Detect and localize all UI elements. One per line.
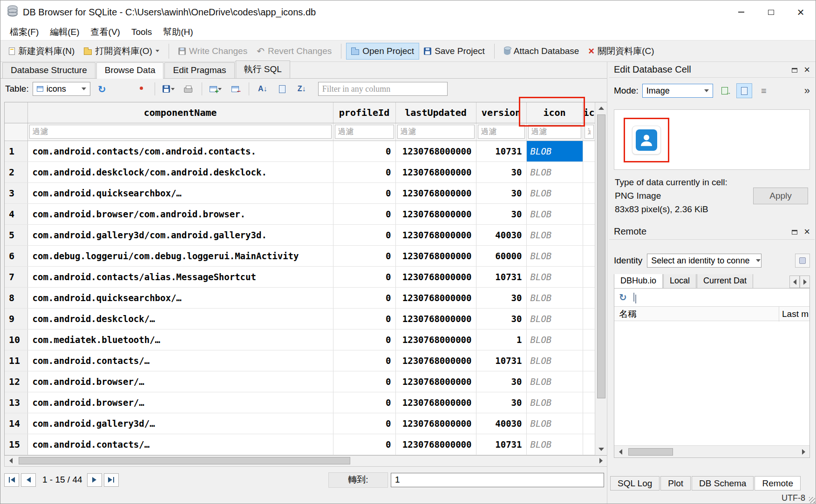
grid-cell[interactable]: 30: [476, 308, 526, 329]
grid-cell[interactable]: 0: [333, 392, 395, 413]
tab-sql-log[interactable]: SQL Log: [610, 476, 660, 491]
column-filter-input[interactable]: [528, 125, 581, 139]
grid-cell[interactable]: [583, 182, 595, 203]
filter-any-column-input[interactable]: [318, 82, 448, 96]
grid-cell[interactable]: com.android.contacts/…: [27, 350, 333, 371]
vertical-scrollbar[interactable]: [595, 102, 607, 455]
grid-cell[interactable]: 1: [476, 329, 526, 350]
tab-remote[interactable]: Remote: [755, 476, 801, 491]
grid-cell[interactable]: 10731: [476, 141, 526, 161]
grid-cell[interactable]: 1230768000000: [395, 392, 476, 413]
new-record-button[interactable]: [208, 81, 224, 96]
row-number-cell[interactable]: 14: [5, 413, 27, 434]
grid-cell[interactable]: 1230768000000: [395, 245, 476, 266]
sort-asc-button[interactable]: A↓: [255, 81, 271, 96]
grid-cell[interactable]: 30: [476, 161, 526, 182]
grid-cell[interactable]: com.android.browser/…: [27, 371, 333, 392]
grid-cell[interactable]: [583, 413, 595, 434]
sort-az-button[interactable]: Z↓: [294, 81, 310, 96]
column-header-componentname[interactable]: componentName: [27, 102, 333, 123]
grid-cell[interactable]: 1230768000000: [395, 141, 476, 161]
grid-cell[interactable]: com.android.deskclock/com.android.deskcl…: [27, 161, 333, 182]
tab-browse-data[interactable]: Browse Data: [96, 62, 164, 79]
grid-cell[interactable]: com.android.gallery3d/…: [27, 413, 333, 434]
row-number-cell[interactable]: 4: [5, 203, 27, 224]
tab-scroll-left-button[interactable]: [789, 276, 800, 288]
grid-cell[interactable]: 1230768000000: [395, 266, 476, 287]
open-project-button[interactable]: Open Project: [346, 43, 419, 60]
grid-cell[interactable]: BLOB: [526, 224, 583, 245]
grid-cell[interactable]: 0: [333, 329, 395, 350]
grid-cell[interactable]: 0: [333, 245, 395, 266]
grid-cell[interactable]: 30: [476, 287, 526, 308]
identity-select[interactable]: Select an identity to conne: [647, 254, 762, 268]
grid-cell[interactable]: [583, 161, 595, 182]
write-changes-button[interactable]: Write Changes: [174, 43, 252, 59]
open-database-button[interactable]: 打開資料庫(O): [79, 42, 163, 60]
grid-cell[interactable]: com.android.contacts/alias.MessageShortc…: [27, 266, 333, 287]
remote-column-last-modified[interactable]: Last m: [779, 307, 809, 322]
close-panel-button[interactable]: ×: [804, 227, 810, 237]
grid-cell[interactable]: [583, 329, 595, 350]
grid-cell[interactable]: com.android.contacts/com.android.contact…: [27, 141, 333, 161]
grid-cell[interactable]: BLOB: [526, 203, 583, 224]
close-button[interactable]: ×: [786, 0, 816, 24]
grid-cell[interactable]: com.mediatek.bluetooth/…: [27, 329, 333, 350]
grid-cell[interactable]: [583, 245, 595, 266]
grid-cell[interactable]: com.android.browser/…: [27, 392, 333, 413]
row-number-cell[interactable]: 5: [5, 224, 27, 245]
grid-cell[interactable]: com.android.quicksearchbox/…: [27, 287, 333, 308]
tab-db-schema[interactable]: DB Schema: [692, 476, 754, 491]
tab-execute-sql[interactable]: 執行 SQL: [236, 60, 290, 78]
remote-horizontal-scrollbar[interactable]: [614, 445, 809, 457]
tab-current-database[interactable]: Current Dat: [697, 274, 753, 288]
row-number-cell[interactable]: 2: [5, 161, 27, 182]
grid-cell[interactable]: com.debug.loggerui/com.debug.loggerui.Ma…: [27, 245, 333, 266]
menu-edit[interactable]: 編輯(E): [44, 24, 85, 40]
row-number-cell[interactable]: 15: [5, 434, 27, 455]
encoding-indicator[interactable]: UTF-8: [782, 493, 805, 503]
minimize-button[interactable]: [726, 0, 756, 24]
grid-cell[interactable]: 40030: [476, 413, 526, 434]
grid-cell[interactable]: 0: [333, 308, 395, 329]
grid-cell[interactable]: BLOB: [526, 287, 583, 308]
grid-cell[interactable]: com.android.deskclock/…: [27, 308, 333, 329]
row-number-cell[interactable]: 12: [5, 371, 27, 392]
tab-edit-pragmas[interactable]: Edit Pragmas: [164, 62, 234, 78]
save-records-button[interactable]: [161, 81, 177, 96]
image-mode-button[interactable]: [736, 83, 752, 98]
grid-cell[interactable]: [583, 266, 595, 287]
column-filter-input[interactable]: [397, 125, 475, 139]
grid-cell[interactable]: BLOB: [526, 371, 583, 392]
horizontal-scrollbar-thumb[interactable]: [19, 457, 350, 464]
row-number-cell[interactable]: 10: [5, 329, 27, 350]
grid-cell[interactable]: 30: [476, 182, 526, 203]
tab-local[interactable]: Local: [663, 274, 696, 288]
tab-database-structure[interactable]: Database Structure: [2, 62, 95, 78]
grid-cell[interactable]: [583, 203, 595, 224]
column-header-profileid[interactable]: profileId: [333, 102, 395, 123]
grid-cell[interactable]: 1230768000000: [395, 413, 476, 434]
save-project-button[interactable]: Save Project: [419, 43, 490, 59]
edit-cell-button[interactable]: [274, 81, 290, 96]
row-number-cell[interactable]: 7: [5, 266, 27, 287]
filter-button[interactable]: [114, 81, 129, 96]
grid-cell[interactable]: 0: [333, 266, 395, 287]
scroll-up-button[interactable]: [595, 102, 607, 114]
delete-record-button[interactable]: [227, 81, 243, 96]
goto-record-input[interactable]: [391, 473, 604, 487]
row-number-cell[interactable]: 13: [5, 392, 27, 413]
grid-cell[interactable]: 0: [333, 287, 395, 308]
column-filter-input[interactable]: [585, 125, 594, 139]
grid-cell[interactable]: 1230768000000: [395, 161, 476, 182]
grid-cell[interactable]: 1230768000000: [395, 434, 476, 455]
grid-cell[interactable]: BLOB: [526, 329, 583, 350]
float-panel-button[interactable]: [792, 64, 797, 75]
mode-select[interactable]: Image: [642, 84, 713, 98]
grid-cell[interactable]: BLOB: [526, 350, 583, 371]
grid-cell[interactable]: BLOB: [526, 182, 583, 203]
grid-cell[interactable]: 1230768000000: [395, 203, 476, 224]
panel-overflow-button[interactable]: »: [804, 85, 810, 97]
grid-cell[interactable]: 0: [333, 224, 395, 245]
maximize-button[interactable]: [756, 0, 786, 24]
